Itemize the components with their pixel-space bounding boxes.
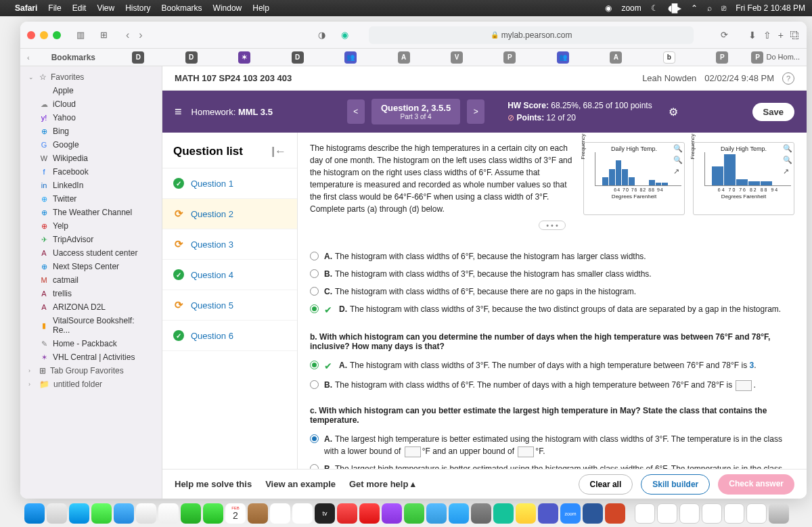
shield-icon[interactable]: ◑ — [313, 28, 331, 43]
zoom-status-icon[interactable]: ◉ — [605, 3, 612, 13]
tab-group-favorites[interactable]: ›⊞Tab Group Favorites — [20, 364, 162, 377]
teams-icon[interactable] — [538, 503, 558, 524]
contacts-icon[interactable] — [248, 503, 268, 524]
search-icon[interactable]: ⌕ — [707, 3, 712, 13]
control-center-icon[interactable]: ⎚ — [721, 3, 726, 13]
tab-icon[interactable]: V — [451, 51, 463, 64]
answer-choice[interactable]: ✔A.The histogram with class widths of 3°… — [310, 357, 794, 376]
answer-choice[interactable]: B.The histogram with class widths of 6°F… — [310, 376, 794, 394]
bookmark-item[interactable]: AUaccess student center — [20, 246, 162, 260]
tab-icon[interactable]: D — [185, 51, 198, 64]
doc-icon[interactable] — [724, 503, 744, 524]
tab-icon[interactable]: A — [398, 51, 410, 64]
reload-button[interactable]: ⟳ — [715, 28, 733, 43]
word-icon[interactable] — [583, 503, 603, 524]
podcasts-icon[interactable] — [382, 503, 402, 524]
menu-history[interactable]: History — [125, 3, 150, 13]
answer-choice[interactable]: B.The histogram with class widths of 3°F… — [310, 265, 794, 283]
photos-icon[interactable] — [158, 503, 179, 524]
tab-icon[interactable]: 👥 — [557, 51, 569, 64]
bookmark-item[interactable]: fFacebook — [20, 165, 162, 179]
appstore-icon[interactable] — [449, 503, 469, 524]
menu-view[interactable]: View — [97, 3, 114, 13]
music-icon[interactable] — [337, 503, 357, 524]
bookmark-item[interactable]: AARIZONA D2L — [20, 300, 162, 314]
menu-file[interactable]: File — [48, 3, 61, 13]
tabs-icon[interactable]: ⿻ — [790, 30, 800, 41]
bookmark-item[interactable]: ☁iCloud — [20, 97, 162, 111]
question-list-item[interactable]: ⟳Question 2 — [162, 199, 297, 229]
tab-icon[interactable]: ✶ — [238, 51, 250, 64]
traffic-lights[interactable] — [27, 31, 61, 39]
close-window-button[interactable] — [27, 31, 35, 39]
bookmark-item[interactable]: ▮VitalSource Bookshelf: Re... — [20, 314, 162, 337]
safari-icon[interactable] — [69, 503, 89, 524]
news-icon[interactable] — [359, 503, 380, 524]
tab-icon[interactable]: P — [503, 51, 516, 64]
minimize-window-button[interactable] — [40, 31, 48, 39]
doc-icon[interactable] — [679, 503, 700, 524]
bookmark-item[interactable]: inLinkedIn — [20, 179, 162, 192]
facetime-icon[interactable] — [203, 503, 223, 524]
menu-bookmarks[interactable]: Bookmarks — [162, 3, 202, 13]
doc-icon[interactable] — [635, 503, 655, 524]
answer-choice[interactable]: ✔D.The histogram with class widths of 3°… — [310, 300, 794, 320]
battery-icon[interactable]: ◖█▸ — [668, 3, 682, 13]
numbers-icon[interactable] — [404, 503, 424, 524]
tab-icon[interactable]: D — [292, 51, 304, 64]
launchpad-icon[interactable] — [47, 503, 67, 524]
messages-icon[interactable] — [91, 503, 112, 524]
bookmark-item[interactable]: GGoogle — [20, 138, 162, 152]
hamburger-icon[interactable]: ≡ — [175, 105, 182, 119]
bookmark-item[interactable]: ⊕Next Steps Center — [20, 260, 162, 273]
menu-help[interactable]: Help — [252, 3, 269, 13]
reminders-icon[interactable] — [270, 503, 290, 524]
bookmark-item[interactable]: Mcatmail — [20, 273, 162, 287]
back-button[interactable]: ‹ — [122, 28, 133, 43]
doc-icon[interactable] — [657, 503, 677, 524]
new-tab-icon[interactable]: + — [778, 30, 784, 41]
menu-window[interactable]: Window — [213, 3, 242, 13]
doc-icon[interactable] — [702, 503, 722, 524]
menu-edit[interactable]: Edit — [72, 3, 87, 13]
bookmark-item[interactable]: WWikipedia — [20, 152, 162, 165]
bookmarks-back-icon[interactable]: ‹ — [27, 53, 30, 62]
tab-icon[interactable]: A — [610, 51, 622, 64]
mail-icon[interactable] — [114, 503, 134, 524]
calendar-icon[interactable]: FEB2 — [225, 503, 246, 524]
prev-question-button[interactable]: < — [347, 99, 365, 124]
tab-icon[interactable]: P — [716, 51, 728, 64]
address-bar[interactable]: 🔒 mylab.pearson.com — [369, 26, 694, 44]
question-list-item[interactable]: ✓Question 4 — [162, 260, 297, 290]
bookmark-item[interactable]: ⊕Yelp — [20, 219, 162, 233]
answer-choice[interactable]: A.The histogram with class widths of 6°F… — [310, 248, 794, 265]
collapse-icon[interactable]: |← — [271, 145, 286, 158]
tab-icon[interactable]: D — [132, 51, 144, 64]
save-button[interactable]: Save — [752, 103, 794, 121]
zoom-app-icon[interactable]: zoom — [560, 503, 581, 524]
next-question-button[interactable]: > — [467, 99, 484, 124]
maps-icon[interactable] — [136, 503, 156, 524]
keynote-icon[interactable] — [426, 503, 447, 524]
grammarly-app-icon[interactable] — [493, 503, 514, 524]
settings-icon[interactable] — [471, 503, 491, 524]
bookmark-item[interactable]: ⊕The Weather Channel — [20, 206, 162, 219]
answer-choice[interactable]: B.The largest high temperature is better… — [310, 460, 794, 469]
bookmark-item[interactable]: Apple — [20, 84, 162, 97]
active-tab-label[interactable]: PDo Hom... — [751, 51, 800, 64]
question-list-item[interactable]: ✓Question 6 — [162, 321, 297, 351]
menubar-app[interactable]: Safari — [15, 3, 37, 13]
bookmark-item[interactable]: y!Yahoo — [20, 111, 162, 124]
clock[interactable]: Fri Feb 2 10:48 PM — [736, 3, 805, 13]
freeform-icon[interactable] — [292, 503, 313, 524]
tab-icon[interactable]: 👥 — [344, 51, 357, 64]
findmy-icon[interactable] — [181, 503, 201, 524]
answer-choice[interactable]: C.The histogram with class widths of 6°F… — [310, 283, 794, 300]
bookmark-item[interactable]: ✶VHL Central | Activities — [20, 350, 162, 364]
bookmark-item[interactable]: ⊕Twitter — [20, 192, 162, 206]
clear-all-button[interactable]: Clear all — [579, 474, 633, 495]
skill-builder-button[interactable]: Skill builder — [641, 474, 710, 495]
settings-icon[interactable]: ⚙ — [669, 106, 678, 118]
wifi-icon[interactable]: ⌃ — [691, 3, 698, 13]
forward-button[interactable]: › — [135, 28, 146, 43]
